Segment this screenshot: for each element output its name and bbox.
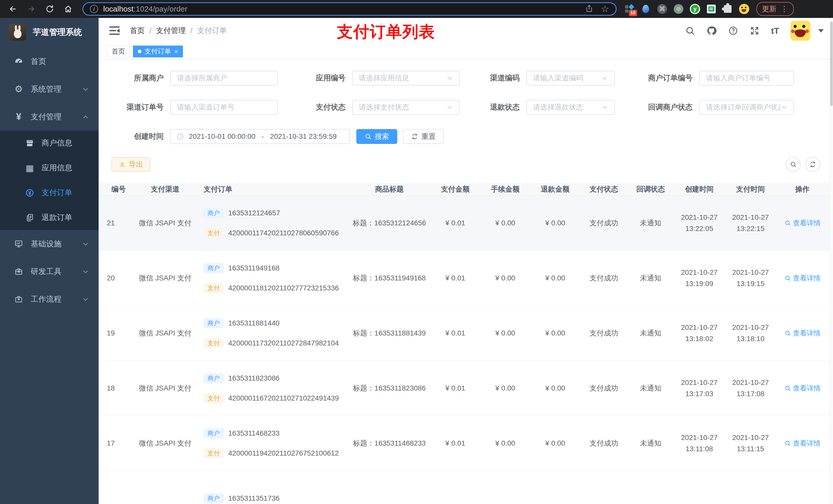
column-header: 操作	[776, 183, 829, 195]
share-icon[interactable]	[585, 4, 593, 14]
back-icon[interactable]	[7, 3, 19, 15]
help-icon[interactable]	[728, 26, 738, 36]
breadcrumb-home[interactable]: 首页	[130, 26, 145, 36]
merchant-filter-input[interactable]	[170, 71, 278, 86]
merchant-badge: 商户	[204, 263, 223, 273]
home-icon[interactable]	[63, 3, 74, 15]
toggle-search-button[interactable]	[786, 157, 801, 172]
site-info-icon[interactable]: i	[90, 5, 98, 13]
page-scrollbar[interactable]	[829, 18, 833, 504]
select-placeholder: 请选择支付状态	[359, 102, 447, 112]
scrollbar-thumb[interactable]	[830, 22, 833, 106]
sidebar-item-infrastructure[interactable]: 基础设施	[0, 230, 99, 258]
extension-dot-icon[interactable]	[673, 4, 684, 14]
avatar-caret-icon[interactable]	[818, 29, 824, 32]
chevron-up-icon	[82, 114, 89, 120]
sidebar-item-app-info[interactable]: ▦ 应用信息	[0, 155, 99, 180]
extensions-strip: 10 ⌘ y	[624, 4, 749, 14]
extension-chat-icon[interactable]	[706, 4, 716, 14]
column-header: 编号	[99, 183, 129, 195]
view-detail-link[interactable]: 查看详情	[784, 439, 821, 448]
sidebar-item-pay[interactable]: ¥ 支付管理	[0, 103, 99, 130]
notify-status-select[interactable]: 请选择订单回调商户状态	[699, 100, 794, 115]
sidebar-item-pay-order[interactable]: 支付订单	[0, 180, 99, 205]
sidebar-item-refund-order[interactable]: 退款订单	[0, 205, 99, 230]
create-time-range-picker[interactable]: 2021-10-01 00:00:00 - 2021-10-31 23:59:5…	[170, 129, 350, 144]
profile-emoji-icon[interactable]	[739, 4, 749, 14]
pay-order-line: 支付4200001174202110278060590766	[204, 228, 339, 238]
tab-pay-order[interactable]: 支付订单 ×	[133, 46, 183, 57]
sidebar-item-system[interactable]: ⚙ 系统管理	[0, 75, 99, 103]
pay-submenu: 商户信息 ▦ 应用信息 支付订单 退款订单	[0, 130, 99, 230]
chevron-down-icon	[82, 268, 89, 275]
user-avatar[interactable]	[790, 21, 810, 41]
sidebar-item-merchant-info[interactable]: 商户信息	[0, 130, 99, 155]
pay-status-cell: 支付成功	[580, 361, 627, 416]
download-icon	[119, 161, 126, 168]
search-button[interactable]: 搜索	[356, 129, 397, 144]
close-icon[interactable]: ×	[174, 48, 178, 55]
reload-icon[interactable]	[44, 3, 55, 15]
pay-badge: 支付	[204, 283, 223, 293]
view-detail-link[interactable]: 查看详情	[784, 218, 821, 228]
view-detail-link[interactable]: 查看详情	[784, 329, 821, 338]
order-number: 4200001181202110277723215336	[228, 284, 339, 292]
forward-icon[interactable]	[26, 3, 37, 15]
merchant-order-no-input[interactable]	[699, 71, 794, 86]
pay-status-select[interactable]: 请选择支付状态	[352, 100, 460, 115]
extension-command-icon[interactable]: ⌘	[657, 4, 667, 14]
sidebar-item-home[interactable]: 首页	[0, 48, 99, 75]
extension-grid-icon[interactable]: 10	[624, 4, 635, 14]
pay-amount-cell: ¥ 0.01	[430, 306, 480, 361]
refresh-table-button[interactable]	[805, 157, 820, 172]
export-button[interactable]: 导出	[112, 157, 150, 172]
pay-badge: 支付	[204, 449, 223, 458]
refund-status-select[interactable]: 请选择退款状态	[526, 100, 615, 115]
view-detail-link[interactable]: 查看详情	[784, 384, 821, 393]
fullscreen-icon[interactable]	[749, 26, 760, 36]
url-path: :1024/pay/order	[134, 5, 187, 13]
channel-code-select[interactable]: 请输入渠道编码	[526, 71, 615, 86]
table-row: 20微信 JSAPI 支付商户1635311949168支付4200001181…	[99, 251, 833, 306]
extensions-puzzle-icon[interactable]	[722, 4, 733, 14]
pay-time-cell	[725, 471, 776, 504]
header-search-icon[interactable]	[685, 26, 695, 36]
gear-icon: ⚙	[13, 85, 24, 94]
font-size-icon[interactable]: tT	[771, 26, 779, 36]
extension-balloon-icon[interactable]	[641, 4, 651, 14]
filter-label: 渠道订单号	[112, 102, 170, 113]
browser-update-button[interactable]: 更新 ⋮	[756, 2, 794, 16]
action-cell: 查看详情	[776, 416, 829, 471]
order-number: 1635311468233	[228, 429, 280, 437]
pay-order-table: 编号支付渠道支付订单商品标题支付金额手续金额退款金额支付状态回调状态创建时间支付…	[99, 183, 833, 504]
order-number: 1635311823086	[228, 374, 280, 382]
order-id-cell: 17	[99, 416, 129, 471]
tab-home[interactable]: 首页	[107, 46, 130, 57]
pay-order-cell: 商户1635311351736	[201, 471, 348, 504]
pay-time-cell: 2021-10-2713:18:10	[725, 306, 776, 361]
sidebar-fold-icon[interactable]	[110, 26, 120, 35]
app-filter-select[interactable]: 请选择应用信息	[352, 71, 460, 86]
sidebar-item-label: 首页	[31, 56, 46, 67]
column-header: 退款金额	[530, 183, 580, 195]
extension-y-icon[interactable]: y	[690, 4, 700, 14]
goods-title-cell: 标题：1635311823086	[348, 361, 430, 416]
app-logo-row[interactable]: 芋道管理系统	[0, 18, 99, 47]
bookmark-star-icon[interactable]: ☆	[601, 4, 609, 14]
github-icon[interactable]	[707, 26, 717, 36]
filter-label: 所属商户	[112, 73, 170, 83]
view-detail-link[interactable]: 查看详情	[784, 273, 821, 283]
create-time-cell: 2021-10-2713:19:09	[674, 251, 725, 306]
breadcrumb-pay[interactable]: 支付管理	[156, 26, 186, 36]
sidebar-item-workflow[interactable]: 工作流程	[0, 285, 99, 313]
sidebar-item-label: 商户信息	[42, 138, 72, 148]
reset-button[interactable]: 重置	[403, 129, 444, 144]
pay-order-cell: 商户1635311881440支付42000011732021102728479…	[201, 306, 348, 361]
browser-menu-icon[interactable]: ⋮	[781, 5, 788, 13]
pay-status-cell: 支付成功	[580, 306, 627, 361]
pay-channel-cell: 微信 JSAPI 支付	[129, 196, 201, 250]
sidebar-item-dev-tools[interactable]: 研发工具	[0, 258, 99, 285]
url-bar[interactable]: i localhost:1024/pay/order ☆	[82, 2, 617, 16]
url-text[interactable]: localhost:1024/pay/order	[103, 5, 188, 13]
channel-order-no-input[interactable]	[170, 100, 278, 115]
